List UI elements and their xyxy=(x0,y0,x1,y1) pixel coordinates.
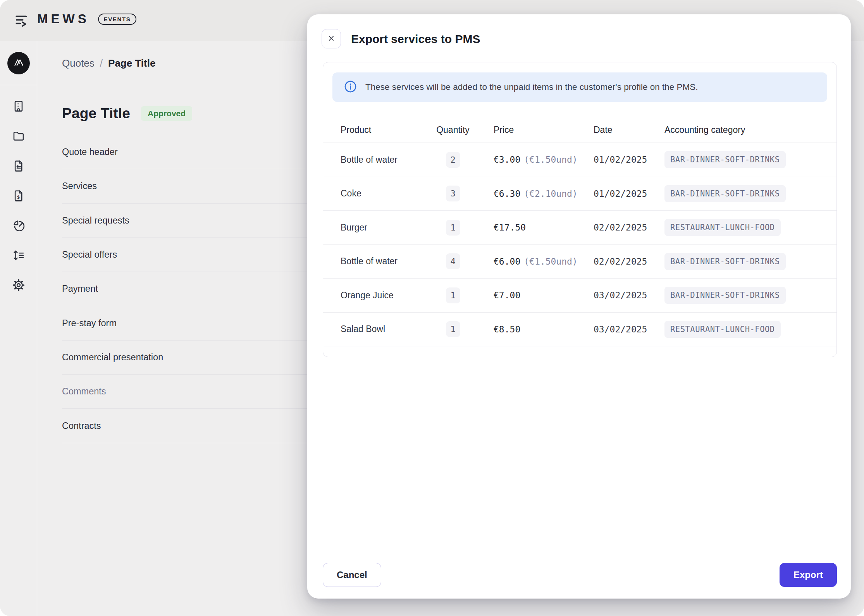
info-banner-text: These services will be added to the unpa… xyxy=(365,82,698,92)
gear-icon xyxy=(12,278,26,292)
product-cell: Bottle of water xyxy=(341,256,434,267)
page-heading-row: Page Title Approved xyxy=(62,105,192,122)
date-cell: 01/02/2025 xyxy=(589,155,664,165)
sidebar-item-sort-order[interactable] xyxy=(12,248,26,262)
sort-list-icon xyxy=(12,248,26,262)
sidebar-nav: $ xyxy=(0,99,37,292)
quantity-badge: 1 xyxy=(446,287,460,303)
price-amount: €6.30 xyxy=(494,189,520,199)
sidebar-toggle-button[interactable] xyxy=(13,13,29,28)
product-cell: Burger xyxy=(341,222,434,233)
table-row: Bottle of water 2 €3.00(€1.50und) 01/02/… xyxy=(323,143,836,177)
pie-chart-icon xyxy=(12,219,26,232)
section-item-pre-stay-form[interactable]: Pre-stay form xyxy=(62,306,307,340)
section-list: Quote header Services Special requests S… xyxy=(62,135,307,443)
price-amount: €6.00 xyxy=(494,256,520,267)
column-header-date: Date xyxy=(589,125,664,135)
brand-events-badge: EVENTS xyxy=(98,14,137,25)
accounting-category-badge: BAR-DINNER-SOFT-DRINKS xyxy=(664,253,786,270)
quantity-badge: 1 xyxy=(446,220,460,236)
column-header-product: Product xyxy=(341,125,434,135)
column-header-accounting-category: Accounting category xyxy=(664,125,823,135)
table-row: Burger 1 €17.50 02/02/2025 RESTAURANT-LU… xyxy=(323,211,836,245)
sidebar-divider xyxy=(0,85,37,85)
table-row: Orange Juice 1 €7.00 03/02/2025 BAR-DINN… xyxy=(323,279,836,313)
table-body: Bottle of water 2 €3.00(€1.50und) 01/02/… xyxy=(323,143,836,346)
section-item-contracts[interactable]: Contracts xyxy=(62,409,307,443)
export-button[interactable]: Export xyxy=(780,563,837,587)
folder-icon xyxy=(12,129,26,143)
sidebar: $ xyxy=(0,41,37,616)
date-cell: 03/02/2025 xyxy=(589,290,664,300)
section-item-commercial-presentation[interactable]: Commercial presentation xyxy=(62,341,307,375)
date-cell: 01/02/2025 xyxy=(589,189,664,199)
section-item-quote-header[interactable]: Quote header xyxy=(62,135,307,169)
table-row: Salad Bowl 1 €8.50 03/02/2025 RESTAURANT… xyxy=(323,313,836,347)
product-cell: Orange Juice xyxy=(341,290,434,301)
section-item-special-requests[interactable]: Special requests xyxy=(62,204,307,238)
sidebar-item-billing[interactable]: $ xyxy=(12,189,26,203)
svg-text:$: $ xyxy=(17,194,20,200)
quote-document-icon xyxy=(12,159,26,173)
section-item-comments[interactable]: Comments xyxy=(62,375,307,409)
product-cell: Bottle of water xyxy=(341,155,434,165)
brand-wordmark: MEWS xyxy=(37,12,89,26)
close-button[interactable] xyxy=(322,29,341,48)
price-amount: €3.00 xyxy=(494,155,520,165)
unit-price: (€1.50und) xyxy=(524,256,577,267)
section-item-special-offers[interactable]: Special offers xyxy=(62,238,307,272)
accounting-category-badge: BAR-DINNER-SOFT-DRINKS xyxy=(664,185,786,202)
sidebar-item-property[interactable] xyxy=(12,99,26,113)
unit-price: (€1.50und) xyxy=(524,155,577,165)
unit-price: (€2.10und) xyxy=(524,189,577,199)
product-cell: Coke xyxy=(341,188,434,199)
sidebar-item-files[interactable] xyxy=(12,129,26,143)
sidebar-item-reports[interactable] xyxy=(12,219,26,232)
accounting-category-badge: BAR-DINNER-SOFT-DRINKS xyxy=(664,151,786,168)
brand-logo: MEWS EVENTS xyxy=(37,12,136,26)
cancel-button[interactable]: Cancel xyxy=(323,563,381,587)
column-header-price: Price xyxy=(472,125,589,135)
accounting-category-badge: RESTAURANT-LUNCH-FOOD xyxy=(664,219,781,236)
collapse-menu-icon xyxy=(13,24,29,29)
app-window: MEWS EVENTS xyxy=(0,0,864,616)
price-amount: €7.00 xyxy=(494,290,520,300)
quantity-badge: 4 xyxy=(446,253,460,269)
export-table-card: These services will be added to the unpa… xyxy=(323,62,837,357)
info-icon xyxy=(332,79,358,95)
section-item-payment[interactable]: Payment xyxy=(62,272,307,306)
quantity-badge: 1 xyxy=(446,321,460,337)
export-services-modal: Export services to PMS These services wi… xyxy=(307,14,851,599)
breadcrumb-separator: / xyxy=(100,57,103,69)
breadcrumb: Quotes / Page Title xyxy=(62,57,155,69)
quantity-badge: 2 xyxy=(446,152,460,168)
date-cell: 02/02/2025 xyxy=(589,256,664,267)
product-cell: Salad Bowl xyxy=(341,324,434,334)
avatar[interactable] xyxy=(7,52,30,74)
breadcrumb-quotes-link[interactable]: Quotes xyxy=(62,57,95,69)
section-item-services[interactable]: Services xyxy=(62,169,307,203)
building-icon xyxy=(12,99,26,113)
price-amount: €17.50 xyxy=(494,222,526,232)
invoice-document-icon: $ xyxy=(12,189,26,203)
sidebar-item-quotes[interactable] xyxy=(12,159,26,173)
page-title: Page Title xyxy=(62,105,130,122)
accounting-category-badge: BAR-DINNER-SOFT-DRINKS xyxy=(664,287,786,304)
price-amount: €8.50 xyxy=(494,324,520,334)
status-badge: Approved xyxy=(141,106,192,121)
table-row: Coke 3 €6.30(€2.10und) 01/02/2025 BAR-DI… xyxy=(323,177,836,211)
table-header-row: Product Quantity Price Date Accounting c… xyxy=(323,117,836,143)
sidebar-item-settings[interactable] xyxy=(12,278,26,292)
modal-title: Export services to PMS xyxy=(351,33,480,46)
quantity-badge: 3 xyxy=(446,186,460,201)
mews-logo-icon xyxy=(12,55,26,71)
breadcrumb-current-page: Page Title xyxy=(108,57,155,69)
info-banner: These services will be added to the unpa… xyxy=(332,72,827,102)
accounting-category-badge: RESTAURANT-LUNCH-FOOD xyxy=(664,321,781,338)
date-cell: 02/02/2025 xyxy=(589,222,664,232)
table-row: Bottle of water 4 €6.00(€1.50und) 02/02/… xyxy=(323,245,836,279)
close-icon xyxy=(327,34,336,44)
column-header-quantity: Quantity xyxy=(434,125,472,135)
date-cell: 03/02/2025 xyxy=(589,324,664,334)
